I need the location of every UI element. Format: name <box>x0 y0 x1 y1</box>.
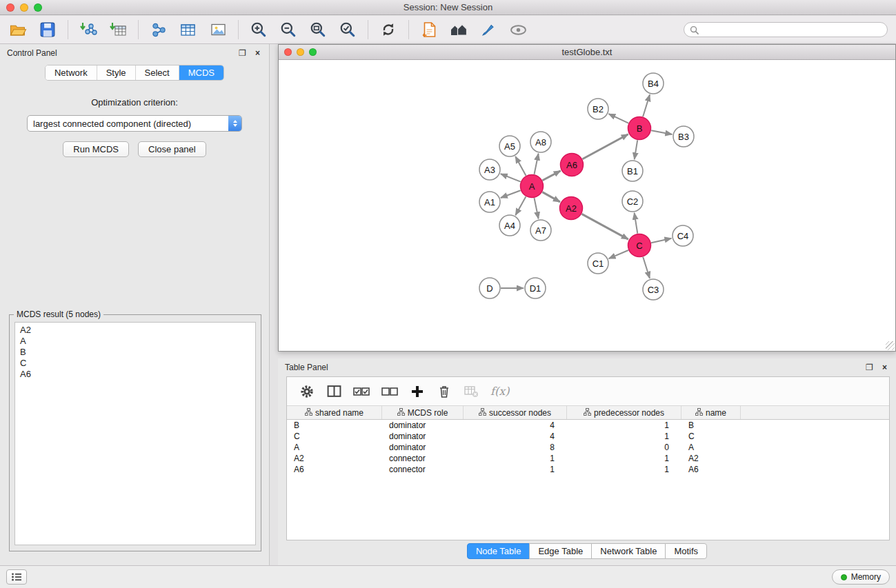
graph-edge[interactable] <box>501 174 521 181</box>
float-table-panel-icon[interactable]: ❐ <box>865 363 874 372</box>
close-window-button[interactable] <box>6 3 14 12</box>
table-icon[interactable] <box>179 20 198 39</box>
show-columns-icon[interactable] <box>326 383 341 400</box>
column-header[interactable]: name <box>681 406 741 419</box>
graph-edge[interactable] <box>651 239 671 243</box>
tab-mcds[interactable]: MCDS <box>179 65 223 80</box>
table-cell: A2 <box>287 454 382 463</box>
delete-table-icon[interactable] <box>464 383 479 400</box>
graph-edge[interactable] <box>608 114 628 123</box>
function-builder-icon[interactable]: f(x) <box>490 383 509 400</box>
minimize-network-button[interactable] <box>297 48 304 56</box>
paint-icon[interactable] <box>479 20 498 39</box>
table-cell: A2 <box>681 454 741 463</box>
close-panel-button[interactable]: Close panel <box>138 141 206 157</box>
graph-edge[interactable] <box>651 130 672 134</box>
tab-network-table[interactable]: Network Table <box>591 543 666 559</box>
zoom-out-icon[interactable] <box>279 20 298 39</box>
memory-button[interactable]: Memory <box>832 569 890 585</box>
table-cell: 8 <box>464 443 567 452</box>
graph-edge[interactable] <box>609 250 628 258</box>
graph-edge[interactable] <box>515 196 526 215</box>
column-header[interactable]: successor nodes <box>464 406 567 419</box>
table-cell: dominator <box>382 420 464 430</box>
float-panel-icon[interactable]: ❐ <box>238 49 247 58</box>
graph-edge[interactable] <box>643 94 650 116</box>
zoom-in-icon[interactable] <box>249 20 268 39</box>
table-panel-title: Table Panel <box>285 363 328 372</box>
tab-select[interactable]: Select <box>136 65 179 80</box>
table-cell: 0 <box>567 443 681 452</box>
close-network-button[interactable] <box>284 48 292 56</box>
tab-style[interactable]: Style <box>97 65 136 80</box>
main-toolbar <box>0 16 896 44</box>
graph-node-label: C <box>636 241 642 251</box>
table-row[interactable]: Bdominator41B <box>287 420 889 431</box>
task-history-button[interactable] <box>6 569 27 585</box>
table-row[interactable]: Cdominator41C <box>287 431 889 442</box>
tab-node-table[interactable]: Node Table <box>467 543 530 559</box>
table-cell: A6 <box>681 465 741 474</box>
tab-edge-table[interactable]: Edge Table <box>529 543 592 559</box>
image-export-icon[interactable] <box>208 20 228 39</box>
tab-motifs[interactable]: Motifs <box>665 543 707 559</box>
graph-edge[interactable] <box>515 156 526 176</box>
column-header[interactable]: predecessor nodes <box>567 406 681 419</box>
column-type-icon <box>479 408 486 418</box>
open-folder-icon[interactable] <box>8 20 28 39</box>
window-title: Session: New Session <box>0 2 896 12</box>
graph-node-label: A2 <box>566 203 577 214</box>
network-window-title: testGlobe.txt <box>279 47 895 57</box>
minimize-window-button[interactable] <box>20 3 28 12</box>
search-input[interactable] <box>702 25 882 34</box>
annotation-icon[interactable] <box>419 20 439 39</box>
graph-edge[interactable] <box>582 134 628 159</box>
zoom-selected-icon[interactable] <box>338 20 357 39</box>
table-cell: A <box>287 443 382 452</box>
zoom-network-button[interactable] <box>309 48 317 56</box>
search-box[interactable] <box>684 22 888 37</box>
control-panel-header: Control Panel ❐ × <box>0 44 269 62</box>
network-icon[interactable] <box>149 20 168 39</box>
run-mcds-button[interactable]: Run MCDS <box>63 141 129 157</box>
close-panel-icon[interactable]: × <box>253 49 262 58</box>
graph-edge[interactable] <box>581 214 628 239</box>
refresh-icon[interactable] <box>379 20 398 39</box>
neighbors-icon[interactable] <box>449 20 468 39</box>
table-row[interactable]: A2connector11A2 <box>287 453 889 464</box>
network-canvas[interactable]: AA2A6BCA1A3A4A5A7A8B1B2B3B4C1C2C3C4DD1 <box>279 60 895 351</box>
table-row[interactable]: A6connector11A6 <box>287 464 889 475</box>
close-table-panel-icon[interactable]: × <box>880 363 889 372</box>
graph-edge[interactable] <box>535 154 539 174</box>
table-cell: 4 <box>464 420 567 430</box>
graph-edge[interactable] <box>643 257 650 278</box>
tab-network[interactable]: Network <box>46 65 97 80</box>
graph-edge[interactable] <box>535 198 539 219</box>
column-header[interactable]: shared name <box>287 406 382 419</box>
select-all-icon[interactable] <box>353 383 370 400</box>
import-table-icon[interactable] <box>108 20 128 39</box>
table-cell: connector <box>382 454 464 463</box>
delete-icon[interactable] <box>437 383 452 400</box>
zoom-window-button[interactable] <box>34 3 42 12</box>
deselect-all-icon[interactable] <box>381 383 398 400</box>
graph-edge[interactable] <box>542 192 560 202</box>
eye-icon[interactable] <box>508 20 528 39</box>
optimization-dropdown[interactable]: largest connected component (directed) <box>27 115 242 132</box>
node-table[interactable]: shared nameMCDS rolesuccessor nodesprede… <box>287 406 889 540</box>
graph-edge[interactable] <box>635 140 638 159</box>
graph-edge[interactable] <box>635 213 638 234</box>
save-icon[interactable] <box>38 20 57 39</box>
graph-edge[interactable] <box>542 171 560 181</box>
network-graph[interactable]: AA2A6BCA1A3A4A5A7A8B1B2B3B4C1C2C3C4DD1 <box>279 60 895 350</box>
table-row[interactable]: Adominator80A <box>287 442 889 453</box>
table-cell: 1 <box>464 454 567 463</box>
graph-edge[interactable] <box>501 190 521 198</box>
mcds-result-list[interactable]: A2ABCA6 <box>14 322 256 545</box>
import-network-icon[interactable] <box>79 20 98 39</box>
resize-grip[interactable] <box>886 341 895 350</box>
column-header[interactable]: MCDS role <box>382 406 464 419</box>
zoom-fit-icon[interactable] <box>308 20 328 39</box>
add-column-icon[interactable] <box>410 383 425 400</box>
settings-gear-icon[interactable] <box>299 383 315 400</box>
